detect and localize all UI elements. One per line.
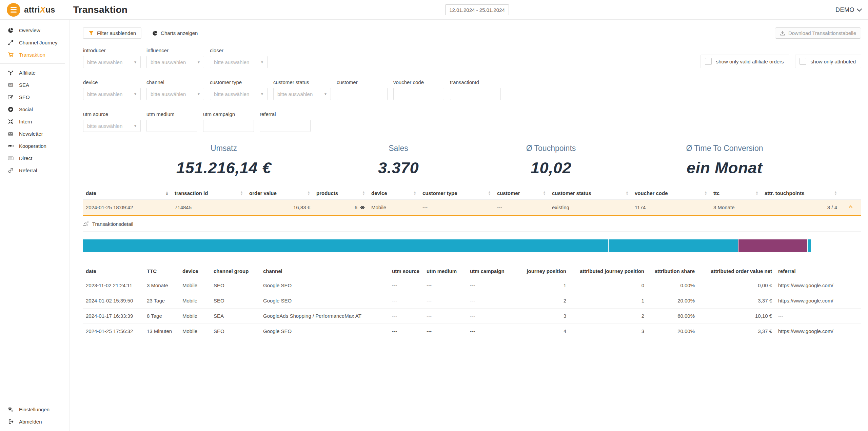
top-bar: attriXus Transaktion 12.01.2024 - 25.01.… xyxy=(0,0,868,20)
detail-cell-channel: Google SEO xyxy=(260,324,389,339)
only-attributed-checkbox[interactable] xyxy=(800,58,806,65)
sidebar-item-newsletter[interactable]: Newsletter xyxy=(0,128,70,140)
sidebar-item-seo[interactable]: SEO xyxy=(0,91,70,103)
device-select[interactable]: bitte auswählen▼ xyxy=(83,88,141,100)
column-header-customer-type[interactable]: customer type▲▼ xyxy=(420,187,494,200)
filter-referral: referral xyxy=(260,111,311,132)
detail-table-body: 2023-11-02 21:24:113 MonateMobileSEOGoog… xyxy=(83,278,861,339)
detail-cell-attributed-journey-position: 2 xyxy=(570,309,648,324)
column-header-transaction-id[interactable]: transaction id▲▼ xyxy=(172,187,246,200)
detail-column-attribution-share: attribution share xyxy=(648,265,698,278)
journey-path-icon xyxy=(83,221,89,227)
sort-icon: ▲▼ xyxy=(362,191,365,196)
transaction-row[interactable]: 2024-01-25 18:09:42 714845 16,83 € 6 Mob… xyxy=(83,200,861,216)
cell-customer-type: --- xyxy=(420,200,494,216)
utm-source-select[interactable]: bitte auswählen▼ xyxy=(83,120,141,132)
pie-chart-icon xyxy=(152,31,158,36)
checkbox-label: show only valid affiliate orders xyxy=(716,59,784,64)
detail-cell-attribution-share: 0.00% xyxy=(648,278,698,293)
filter-utm-campaign: utm campaign xyxy=(203,111,254,132)
filter-label: device xyxy=(83,79,141,85)
column-header-voucher-code[interactable]: voucher code▲▼ xyxy=(632,187,711,200)
closer-select[interactable]: bitte auswählen▼ xyxy=(210,56,268,68)
only-attributed-checkbox-group[interactable]: show only attributed xyxy=(795,55,861,68)
valid-affiliate-orders-checkbox-group[interactable]: show only valid affiliate orders xyxy=(701,55,789,68)
transaction-id-input[interactable] xyxy=(450,88,501,100)
sidebar-item-intern[interactable]: Intern xyxy=(0,115,70,128)
account-menu[interactable]: DEMO xyxy=(835,0,861,20)
kpi-sales: Sales 3.370 xyxy=(378,144,419,177)
customer-input[interactable] xyxy=(337,88,388,100)
menu-toggle-icon[interactable] xyxy=(7,3,20,17)
column-header-products[interactable]: products▲▼ xyxy=(314,187,369,200)
sidebar-item-affiliate[interactable]: Affiliate xyxy=(0,66,70,79)
collapse-row-button[interactable] xyxy=(841,200,861,216)
customer-status-select[interactable]: bitte auswählen▼ xyxy=(273,88,331,100)
route-icon xyxy=(7,40,14,45)
account-menu-label: DEMO xyxy=(835,6,854,14)
column-header-customer[interactable]: customer▲▼ xyxy=(494,187,549,200)
column-header-customer-status[interactable]: customer status▲▼ xyxy=(549,187,632,200)
handshake-icon xyxy=(7,143,14,149)
journey-segment-seo[interactable] xyxy=(609,239,738,252)
journey-segment-seo[interactable] xyxy=(808,239,811,252)
detail-cell-date: 2024-01-25 17:56:32 xyxy=(83,324,144,339)
detail-column-device: device xyxy=(180,265,211,278)
sidebar-item-label: Newsletter xyxy=(19,131,43,137)
detail-cell-utm-campaign: --- xyxy=(467,278,516,293)
sidebar-item-einstellungen[interactable]: Einstellungen xyxy=(0,403,70,415)
utm-medium-input[interactable] xyxy=(146,120,197,132)
filter-utm-source: utm source bitte auswählen▼ xyxy=(83,111,141,132)
detail-cell-utm-campaign: --- xyxy=(467,324,516,339)
download-transactions-button[interactable]: Download Transaktionstabelle xyxy=(775,27,861,39)
column-header-order-value[interactable]: order value▲▼ xyxy=(246,187,314,200)
detail-cell-channel: Google SEO xyxy=(260,278,389,293)
detail-column-channel: channel xyxy=(260,265,389,278)
sidebar-item-kooperation[interactable]: Kooperation xyxy=(0,140,70,152)
customer-type-select[interactable]: bitte auswählen▼ xyxy=(210,88,268,100)
sidebar-item-abmelden[interactable]: Abmelden xyxy=(0,415,70,428)
detail-cell-utm-source: --- xyxy=(389,309,424,324)
column-header-attr-touchpoints[interactable]: attr. touchpoints▲▼ xyxy=(762,187,841,200)
sidebar-item-referral[interactable]: Referral xyxy=(0,164,70,176)
sort-icon: ▲▼ xyxy=(755,191,758,196)
sidebar-item-social[interactable]: Social xyxy=(0,103,70,115)
products-count: 6 xyxy=(355,204,357,210)
journey-segment-sea[interactable] xyxy=(738,239,807,252)
eye-icon[interactable] xyxy=(360,205,365,210)
detail-row: 2024-01-02 15:39:5023 TageMobileSEOGoogl… xyxy=(83,293,861,309)
detail-cell-referral: --- xyxy=(775,309,861,324)
sidebar: Overview Channel Journey Transaktion Aff… xyxy=(0,20,70,431)
column-header-expand xyxy=(841,187,861,200)
checkbox-label: show only attributed xyxy=(811,59,856,64)
sidebar-item-direct[interactable]: Direct xyxy=(0,152,70,164)
detail-cell-ttc: 8 Tage xyxy=(144,309,180,324)
app-logo[interactable]: attriXus xyxy=(7,3,55,17)
kpi-value: ein Monat xyxy=(686,158,763,177)
detail-cell-attribution-share: 20.00% xyxy=(648,324,698,339)
transaction-detail-title: Transaktionsdetail xyxy=(92,221,133,227)
column-header-device[interactable]: device▲▼ xyxy=(369,187,420,200)
column-header-date[interactable]: date▲▼ xyxy=(83,187,172,200)
sidebar-item-channel-journey[interactable]: Channel Journey xyxy=(0,36,70,48)
date-range-picker[interactable]: 12.01.2024 - 25.01.2024 xyxy=(445,4,509,15)
journey-segment-seo[interactable] xyxy=(83,239,608,252)
utm-campaign-input[interactable] xyxy=(203,120,254,132)
sidebar-item-label: Transaktion xyxy=(19,52,45,58)
sidebar-item-transaktion[interactable]: Transaktion xyxy=(0,48,70,61)
column-header-ttc[interactable]: ttc▲▼ xyxy=(711,187,762,200)
influencer-select[interactable]: bitte auswählen▼ xyxy=(146,56,204,68)
referral-input[interactable] xyxy=(260,120,311,132)
sidebar-item-sea[interactable]: Ad SEA xyxy=(0,79,70,91)
kpi-label: Sales xyxy=(378,144,419,153)
detail-column-attributed-journey-position: attributed journey position xyxy=(570,265,648,278)
download-icon xyxy=(780,31,785,36)
channel-select[interactable]: bitte auswählen▼ xyxy=(146,88,204,100)
detail-cell-referral: https://www.google.com/ xyxy=(775,278,861,293)
introducer-select[interactable]: bitte auswählen▼ xyxy=(83,56,141,68)
sidebar-item-overview[interactable]: Overview xyxy=(0,24,70,36)
charts-toggle-button[interactable]: Charts anzeigen xyxy=(150,28,200,38)
voucher-code-input[interactable] xyxy=(393,88,444,100)
valid-affiliate-orders-checkbox[interactable] xyxy=(705,58,712,65)
filter-toggle-button[interactable]: Filter ausblenden xyxy=(83,27,141,39)
